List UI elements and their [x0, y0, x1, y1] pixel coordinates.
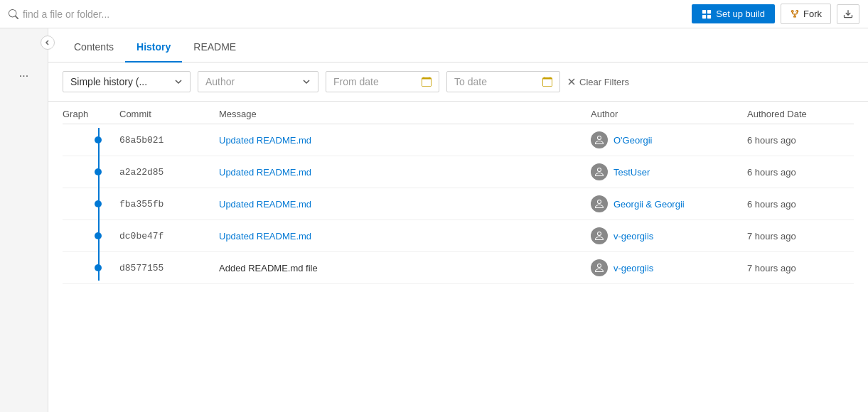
- calendar-from-icon: [422, 77, 432, 87]
- avatar-5: [591, 259, 608, 276]
- table-row: d8577155 Added README.md file v-georgiis…: [63, 252, 854, 284]
- chevron-left-icon: [45, 40, 50, 45]
- date-2: 6 hours ago: [747, 167, 854, 178]
- user-icon-4: [594, 230, 605, 242]
- date-5: 7 hours ago: [747, 263, 854, 273]
- graph-cell-5: [63, 264, 119, 271]
- col-author: Author: [591, 109, 747, 119]
- graph-dot-4: [95, 232, 102, 239]
- commit-message-link-4[interactable]: Updated README.md: [219, 231, 311, 242]
- topbar: find a file or folder... Set up build Fo…: [0, 0, 868, 28]
- user-icon-5: [594, 262, 605, 273]
- svg-rect-3: [707, 14, 711, 18]
- author-cell-3: Georgii & Georgii: [591, 195, 747, 212]
- user-icon-1: [594, 134, 605, 146]
- to-date-picker[interactable]: To date: [446, 71, 560, 92]
- date-1: 6 hours ago: [747, 135, 854, 146]
- topbar-actions: Set up build Fork: [692, 4, 859, 24]
- sidebar-collapse-button[interactable]: [41, 36, 55, 50]
- avatar-4: [591, 227, 608, 244]
- col-graph: Graph: [63, 109, 119, 119]
- author-name-3[interactable]: Georgii & Georgii: [614, 199, 685, 210]
- fork-button[interactable]: Fork: [781, 4, 831, 24]
- graph-dot-3: [95, 200, 102, 207]
- history-type-dropdown[interactable]: Simple history (...: [63, 71, 191, 92]
- author-label: Author: [205, 76, 235, 87]
- tab-contents[interactable]: Contents: [63, 33, 125, 63]
- graph-cell-1: [63, 136, 119, 143]
- author-name-4[interactable]: v-georgiis: [614, 231, 653, 242]
- graph-cell-2: [63, 168, 119, 175]
- search-placeholder: find a file or folder...: [23, 9, 109, 20]
- avatar-3: [591, 195, 608, 212]
- tab-readme[interactable]: README: [182, 33, 247, 63]
- commit-hash-4: dc0be47f: [119, 231, 219, 242]
- author-cell-2: TestUser: [591, 163, 747, 180]
- author-name-1[interactable]: O'Georgii: [614, 135, 653, 146]
- table-header: Graph Commit Message Author Authored Dat…: [63, 102, 854, 124]
- svg-rect-0: [702, 9, 706, 13]
- commit-hash-2: a2a22d85: [119, 167, 219, 178]
- content-area: Contents History README Simple history (…: [48, 28, 868, 412]
- calendar-to-icon: [542, 77, 552, 87]
- author-cell-5: v-georgiis: [591, 259, 747, 276]
- main-layout: ··· Contents History README Simple histo…: [0, 28, 868, 412]
- setup-build-label: Set up build: [716, 9, 765, 19]
- from-date-label: From date: [333, 76, 379, 87]
- search-area: find a file or folder...: [9, 9, 109, 20]
- graph-cell-4: [63, 232, 119, 239]
- tab-history[interactable]: History: [125, 33, 182, 63]
- table-row: 68a5b021 Updated README.md O'Georgii 6 h…: [63, 124, 854, 156]
- author-cell-1: O'Georgii: [591, 131, 747, 148]
- author-cell-4: v-georgiis: [591, 227, 747, 244]
- history-table: Graph Commit Message Author Authored Dat…: [48, 102, 868, 412]
- from-date-picker[interactable]: From date: [326, 71, 439, 92]
- download-icon: [843, 9, 853, 19]
- commit-message-link-1[interactable]: Updated README.md: [219, 135, 311, 146]
- author-name-2[interactable]: TestUser: [614, 167, 650, 178]
- svg-rect-1: [707, 9, 711, 13]
- clear-filters-button[interactable]: Clear Filters: [567, 77, 629, 87]
- filters-bar: Simple history (... Author From date To …: [48, 63, 868, 102]
- table-row: fba355fb Updated README.md Georgii & Geo…: [63, 188, 854, 220]
- avatar-2: [591, 163, 608, 180]
- author-name-5[interactable]: v-georgiis: [614, 263, 653, 273]
- sidebar: ···: [0, 28, 48, 412]
- history-type-label: Simple history (...: [70, 76, 147, 87]
- download-button[interactable]: [837, 4, 859, 24]
- user-icon-3: [594, 198, 605, 210]
- clear-filters-label: Clear Filters: [579, 77, 629, 87]
- commit-message-1: Updated README.md: [219, 134, 591, 146]
- setup-build-button[interactable]: Set up build: [692, 4, 775, 23]
- col-commit: Commit: [119, 109, 219, 119]
- commit-hash-3: fba355fb: [119, 199, 219, 210]
- date-4: 7 hours ago: [747, 231, 854, 242]
- svg-rect-2: [702, 14, 706, 18]
- sidebar-more-button[interactable]: ···: [19, 70, 28, 82]
- fork-label: Fork: [803, 9, 822, 19]
- commit-hash-5: d8577155: [119, 263, 219, 273]
- commit-message-link-3[interactable]: Updated README.md: [219, 199, 311, 210]
- table-row: dc0be47f Updated README.md v-georgiis 7 …: [63, 220, 854, 252]
- commit-message-5: Added README.md file: [219, 263, 591, 273]
- commit-hash-1: 68a5b021: [119, 135, 219, 146]
- date-3: 6 hours ago: [747, 199, 854, 210]
- commit-message-4: Updated README.md: [219, 230, 591, 242]
- graph-cell-3: [63, 200, 119, 207]
- table-body: 68a5b021 Updated README.md O'Georgii 6 h…: [63, 124, 854, 284]
- graph-dot-2: [95, 168, 102, 175]
- author-dropdown[interactable]: Author: [198, 71, 318, 92]
- col-message: Message: [219, 109, 591, 119]
- build-icon: [702, 9, 712, 19]
- commit-message-2: Updated README.md: [219, 166, 591, 178]
- fork-icon: [790, 9, 800, 19]
- to-date-label: To date: [454, 76, 487, 87]
- commit-message-3: Updated README.md: [219, 198, 591, 210]
- close-icon: [567, 77, 576, 86]
- chevron-down-icon: [174, 77, 183, 86]
- graph-dot-5: [95, 264, 102, 271]
- table-row: a2a22d85 Updated README.md TestUser 6 ho…: [63, 156, 854, 188]
- search-icon: [9, 9, 18, 19]
- tabs-bar: Contents History README: [48, 28, 868, 63]
- commit-message-link-2[interactable]: Updated README.md: [219, 167, 311, 178]
